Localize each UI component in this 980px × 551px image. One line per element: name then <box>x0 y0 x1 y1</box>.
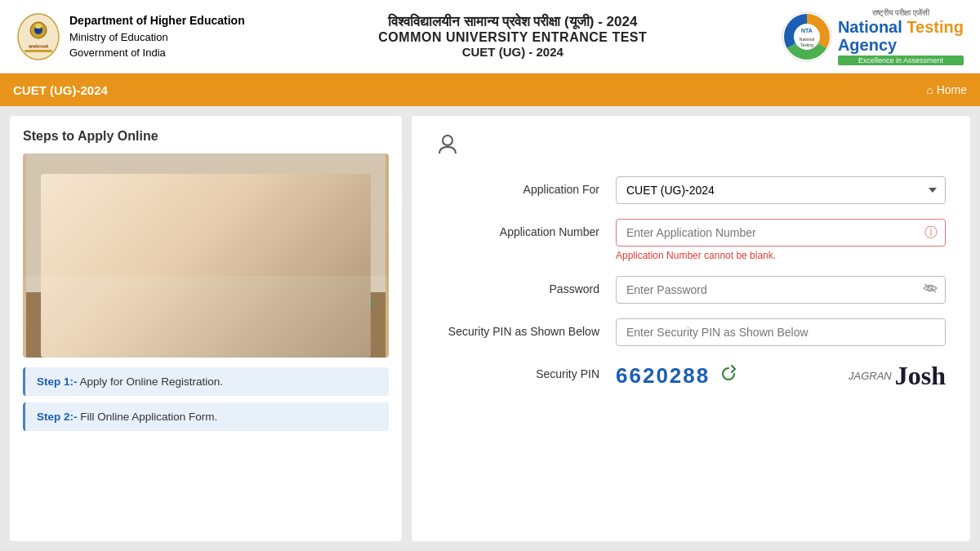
step2-item: Step 2:- Fill Online Application Form. <box>23 402 389 431</box>
cuet-title: CUET (UG) - 2024 <box>245 45 781 59</box>
jagran-josh-watermark: JAGRAN Josh <box>849 361 946 391</box>
svg-rect-13 <box>189 219 336 309</box>
jagran-label: JAGRAN <box>849 370 892 382</box>
refresh-pin-button[interactable] <box>719 365 737 387</box>
svg-text:National: National <box>800 37 814 42</box>
error-icon: ⓘ <box>924 224 938 242</box>
security-pin-display: 6620288 JAGRAN Josh <box>616 361 946 391</box>
step1-text: Apply for Online Registration. <box>80 375 224 388</box>
password-row: Password <box>436 276 946 304</box>
password-label: Password <box>436 276 616 295</box>
security-pin-display-field: 6620288 JAGRAN Josh <box>616 361 946 391</box>
hindi-title: विश्वविद्यालयीन सामान्य प्रवेश परीक्षा (… <box>245 14 781 30</box>
user-icon <box>436 132 946 160</box>
english-title: COMMON UNIVERSITY ENTRANCE TEST <box>245 30 781 45</box>
nta-hindi: राष्ट्रीय परीक्षा एजेंसी <box>838 8 964 18</box>
svg-text:सत्यमेव जयते: सत्यमेव जयते <box>28 44 49 49</box>
application-number-label: Application Number <box>436 219 616 238</box>
scene-svg <box>23 153 389 358</box>
svg-rect-11 <box>26 153 385 358</box>
svg-rect-24 <box>42 287 140 295</box>
svg-text:NTA: NTA <box>801 28 813 33</box>
ministry-name: Ministry of Education <box>69 29 245 46</box>
page-header: सत्यमेव जयते Department of Higher Educat… <box>0 0 980 73</box>
left-panel: Steps to Apply Online <box>10 116 402 541</box>
govt-name: Government of India <box>69 45 245 61</box>
svg-rect-15 <box>173 309 353 315</box>
nta-circle-icon: NTA National Testing <box>781 11 833 63</box>
application-for-row: Application For CUET (UG)-2024 <box>436 176 946 204</box>
navbar-title: CUET (UG)-2024 <box>13 83 108 97</box>
security-pin-input-row: Security PIN as Shown Below <box>436 318 946 346</box>
refresh-icon <box>719 365 737 383</box>
password-wrapper <box>616 276 946 304</box>
application-number-wrapper: ⓘ <box>616 219 946 247</box>
svg-rect-19 <box>336 274 361 296</box>
svg-rect-20 <box>353 300 359 325</box>
svg-point-22 <box>339 288 359 313</box>
svg-rect-12 <box>26 292 385 358</box>
home-link[interactable]: ⌂ Home <box>926 83 967 96</box>
security-pin-input[interactable] <box>616 318 946 346</box>
step2-label: Step 2:- <box>37 411 78 423</box>
steps-image <box>23 153 389 358</box>
svg-point-23 <box>356 292 372 313</box>
right-panel: Application For CUET (UG)-2024 Applicati… <box>412 116 970 541</box>
security-pin-display-row: Security PIN 6620288 JAGRAN Josh <box>436 361 946 391</box>
application-for-field[interactable]: CUET (UG)-2024 <box>616 176 946 204</box>
svg-rect-25 <box>47 296 136 302</box>
svg-point-16 <box>100 219 149 284</box>
svg-point-5 <box>35 24 42 29</box>
dept-name: Department of Higher Education <box>69 12 245 29</box>
application-number-input[interactable] <box>616 219 946 247</box>
nta-tagline: Excellence in Assessment <box>838 56 964 65</box>
application-number-field: ⓘ Application Number cannot be blank. <box>616 219 946 261</box>
main-content: Steps to Apply Online <box>0 106 980 551</box>
josh-label: Josh <box>895 361 946 391</box>
nta-text: राष्ट्रीय परीक्षा एजेंसी National Testin… <box>838 8 964 65</box>
step1-item: Step 1:- Apply for Online Registration. <box>23 367 389 396</box>
password-input[interactable] <box>616 276 946 304</box>
left-panel-title: Steps to Apply Online <box>23 129 389 144</box>
svg-point-17 <box>108 207 140 239</box>
navbar: CUET (UG)-2024 ⌂ Home <box>0 73 980 106</box>
password-field <box>616 276 946 304</box>
svg-point-21 <box>341 278 371 314</box>
application-for-select[interactable]: CUET (UG)-2024 <box>616 176 946 204</box>
user-svg-icon <box>436 132 459 155</box>
svg-rect-18 <box>304 278 334 304</box>
security-pin-value: 6620288 <box>616 363 710 389</box>
nta-name: National TestingAgency <box>838 18 964 54</box>
application-number-row: Application Number ⓘ Application Number … <box>436 219 946 261</box>
svg-rect-14 <box>194 223 332 304</box>
svg-text:Testing: Testing <box>800 42 813 47</box>
home-label: Home <box>937 83 967 96</box>
home-icon: ⌂ <box>926 83 933 96</box>
eye-icon[interactable] <box>923 282 938 297</box>
security-pin-input-field <box>616 318 946 346</box>
step2-text: Fill Online Application Form. <box>80 411 217 423</box>
security-pin-shown-label: Security PIN as Shown Below <box>436 318 616 338</box>
header-right: NTA National Testing राष्ट्रीय परीक्षा ए… <box>781 8 964 65</box>
header-left: सत्यमेव जयते Department of Higher Educat… <box>16 12 245 61</box>
application-for-label: Application For <box>436 176 616 196</box>
dept-info: Department of Higher Education Ministry … <box>69 12 245 61</box>
nta-logo: NTA National Testing राष्ट्रीय परीक्षा ए… <box>781 8 964 65</box>
step1-label: Step 1:- <box>37 375 78 388</box>
india-emblem-icon: सत्यमेव जयते <box>16 12 61 61</box>
svg-rect-4 <box>24 50 52 52</box>
header-center: विश्वविद्यालयीन सामान्य प्रवेश परीक्षा (… <box>245 14 781 59</box>
svg-point-26 <box>443 136 452 145</box>
security-pin-label: Security PIN <box>436 361 616 380</box>
application-number-error: Application Number cannot be blank. <box>616 250 946 261</box>
